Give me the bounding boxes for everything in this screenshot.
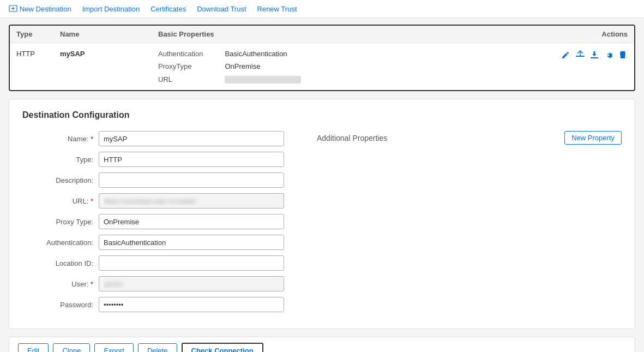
new-destination-icon: [9, 4, 17, 13]
user-required: *: [91, 280, 93, 288]
url-required: *: [91, 197, 93, 205]
row-type: HTTP: [16, 47, 60, 58]
clone-button[interactable]: Clone: [53, 343, 90, 352]
user-field[interactable]: [99, 276, 284, 291]
row-name: mySAP: [60, 47, 158, 58]
destinations-table: Type Name Basic Properties Actions HTTP …: [9, 25, 635, 91]
location-id-field[interactable]: [99, 255, 284, 271]
url-label: URL: *: [22, 197, 99, 205]
col-type: Type: [16, 30, 60, 38]
password-field[interactable]: [99, 297, 284, 312]
prop-vals: BasicAuthentication OnPremise: [225, 47, 301, 86]
row-basic-props: Authentication ProxyType URL BasicAuthen…: [158, 47, 561, 86]
type-label: Type:: [22, 156, 99, 164]
edit-button[interactable]: Edit: [18, 343, 49, 352]
import-destination-link[interactable]: Import Destination: [82, 5, 140, 13]
url-row: URL: *: [22, 193, 284, 208]
location-id-row: Location ID:: [22, 255, 284, 271]
description-label: Description:: [22, 176, 99, 184]
proxy-type-field[interactable]: [99, 214, 284, 229]
delete-icon[interactable]: [618, 50, 628, 61]
additional-props-header: Additional Properties New Property: [317, 131, 622, 145]
download-trust-link[interactable]: Download Trust: [197, 5, 246, 13]
table-row: HTTP mySAP Authentication ProxyType URL …: [10, 43, 634, 90]
additional-props-section: Additional Properties New Property: [317, 131, 622, 318]
type-field[interactable]: [99, 152, 284, 167]
description-field[interactable]: [99, 172, 284, 188]
edit-icon[interactable]: [561, 50, 571, 61]
renew-trust-link[interactable]: Renew Trust: [257, 5, 297, 13]
auth-field[interactable]: [99, 235, 284, 250]
settings-icon[interactable]: [604, 50, 613, 61]
row-actions: [561, 47, 628, 61]
proxy-type-label: Proxy Type:: [22, 218, 99, 226]
description-row: Description:: [22, 172, 284, 188]
type-row: Type:: [22, 152, 284, 167]
location-id-label: Location ID:: [22, 259, 99, 267]
proxy-type-row: Proxy Type:: [22, 214, 284, 229]
export-icon[interactable]: [575, 50, 585, 61]
config-section: Destination Configuration Name: * Type: …: [9, 99, 635, 329]
new-property-button[interactable]: New Property: [564, 131, 622, 145]
form-section: Name: * Type: Description: URL: *: [22, 131, 284, 318]
additional-props-title: Additional Properties: [317, 134, 387, 142]
name-field[interactable]: [99, 131, 284, 146]
url-blurred: [225, 76, 301, 83]
prop-keys: Authentication ProxyType URL: [158, 47, 203, 86]
check-connection-button[interactable]: Check Connection: [182, 343, 263, 352]
url-field[interactable]: [99, 193, 284, 208]
name-required: *: [91, 135, 93, 143]
auth-row: Authentication:: [22, 235, 284, 250]
password-label: Password:: [22, 301, 99, 309]
user-row: User: *: [22, 276, 284, 291]
delete-button[interactable]: Delete: [138, 343, 177, 352]
top-nav: New Destination Import Destination Certi…: [0, 0, 644, 18]
col-name: Name: [60, 30, 158, 38]
bottom-toolbar: Edit Clone Export Delete Check Connectio…: [9, 337, 635, 352]
download-icon[interactable]: [589, 50, 599, 61]
export-button[interactable]: Export: [94, 343, 134, 352]
col-actions: Actions: [601, 30, 628, 38]
password-row: Password:: [22, 297, 284, 312]
config-title: Destination Configuration: [22, 110, 622, 120]
new-destination-link[interactable]: New Destination: [9, 4, 71, 13]
name-label: Name: *: [22, 135, 99, 143]
certificates-link[interactable]: Certificates: [151, 5, 186, 13]
config-body: Name: * Type: Description: URL: *: [22, 131, 622, 318]
table-header: Type Name Basic Properties Actions: [10, 26, 634, 43]
col-basic-properties: Basic Properties: [158, 30, 601, 38]
name-row: Name: *: [22, 131, 284, 146]
user-label: User: *: [22, 280, 99, 288]
auth-label: Authentication:: [22, 238, 99, 247]
